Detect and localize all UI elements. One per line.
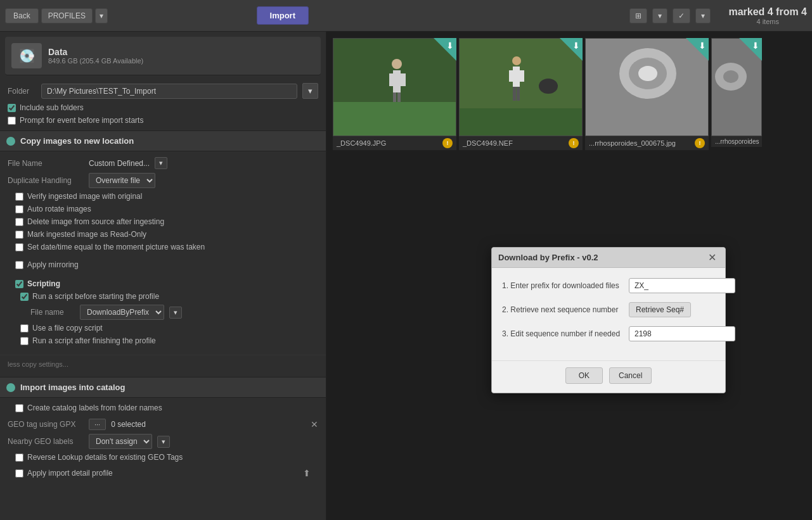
scripting-checkbox[interactable] — [15, 280, 23, 288]
left-panel: 💽 Data 849.6 GB (205.4 GB Available) Fol… — [0, 32, 326, 520]
reverse-lookup-label[interactable]: Reverse Lookup details for existing GEO … — [27, 453, 183, 462]
copy-settings-area: File Name Custom Defined... ▾ Duplicate … — [0, 151, 326, 351]
prompt-before-import-label[interactable]: Prompt for event before import starts — [20, 116, 143, 125]
dialog-step3-label: 3. Edit sequence number if needed — [502, 329, 622, 338]
nearby-geo-arrow[interactable]: ▾ — [157, 436, 170, 448]
thumbnails-area: ⬇ _DSC4949.JPG ! — [326, 32, 812, 156]
thumb-label-2: _DSC4949.NEF ! — [459, 136, 583, 150]
dialog-step2-row: 2. Retrieve next sequence number Retriev… — [502, 302, 715, 317]
geo-tag-clear-button[interactable]: ✕ — [311, 419, 318, 429]
run-before-checkbox[interactable] — [20, 293, 29, 301]
svg-rect-14 — [517, 87, 520, 101]
dialog-title-bar: Download by Prefix - v0.2 ✕ — [492, 248, 725, 268]
set-datetime-checkbox[interactable] — [15, 243, 23, 251]
folder-label: Folder — [8, 87, 36, 96]
set-datetime-row: Set date/time equal to the moment pictur… — [8, 241, 318, 253]
dialog-cancel-button[interactable]: Cancel — [609, 367, 652, 384]
include-subfolders-checkbox[interactable] — [8, 104, 16, 112]
thumb-filename-2: _DSC4949.NEF — [463, 139, 513, 147]
prompt-before-import-checkbox[interactable] — [8, 117, 16, 125]
apply-mirroring-label[interactable]: Apply mirroring — [27, 260, 79, 269]
scripting-label[interactable]: Scripting — [27, 279, 60, 288]
folder-input[interactable] — [41, 84, 297, 99]
dialog-step2-label: 2. Retrieve next sequence number — [502, 305, 622, 314]
mark-readonly-row: Mark ingested image as Read-Only — [8, 228, 318, 241]
dialog-step3-row: 3. Edit sequence number if needed — [502, 326, 715, 341]
duplicate-handling-select[interactable]: Overwrite file — [89, 173, 155, 188]
profiles-arrow-button[interactable]: ▾ — [95, 8, 108, 23]
svg-rect-7 — [333, 102, 456, 136]
fake-img-content-1 — [333, 39, 456, 136]
file-name-row: File Name Custom Defined... ▾ — [8, 155, 318, 171]
verify-checkbox[interactable] — [15, 193, 23, 201]
dialog-prefix-input[interactable] — [629, 278, 735, 293]
image-count-area: marked 4 from 4 4 items — [728, 6, 807, 25]
mark-readonly-checkbox[interactable] — [15, 231, 23, 239]
nearby-geo-label: Nearby GEO labels — [8, 437, 84, 446]
catalog-section-header[interactable]: Import images into catalog — [0, 377, 326, 398]
apply-mirroring-checkbox[interactable] — [15, 261, 23, 269]
check-arrow-button[interactable]: ▾ — [695, 8, 711, 23]
profiles-button[interactable]: PROFILES — [41, 8, 93, 23]
dialog-footer: OK Cancel — [492, 360, 725, 393]
mark-readonly-label[interactable]: Mark ingested image as Read-Only — [27, 230, 146, 239]
script-filename-label: File name — [30, 308, 75, 317]
apply-import-icon-button[interactable]: ⬆ — [303, 468, 311, 478]
include-subfolders-label[interactable]: Include sub folders — [20, 103, 84, 112]
reverse-lookup-row: Reverse Lookup details for existing GEO … — [8, 451, 318, 464]
drive-text: Data 849.6 GB (205.4 GB Available) — [48, 47, 143, 65]
create-labels-checkbox[interactable] — [15, 404, 23, 412]
run-after-checkbox[interactable] — [20, 337, 29, 345]
reverse-lookup-checkbox[interactable] — [15, 453, 23, 462]
script-filename-arrow[interactable]: ▾ — [169, 307, 182, 319]
dialog-step1-row: 1. Enter prefix for downloaded files — [502, 278, 715, 293]
apply-import-checkbox[interactable] — [15, 469, 23, 478]
thumb-img-3 — [585, 38, 709, 136]
delete-source-checkbox[interactable] — [15, 218, 23, 226]
grid-arrow-button[interactable]: ▾ — [652, 8, 667, 23]
geo-tag-row: GEO tag using GPX ··· 0 selected ✕ — [8, 417, 318, 432]
thumb-filename-1: _DSC4949.JPG — [337, 139, 386, 147]
auto-rotate-label[interactable]: Auto rotate images — [27, 205, 91, 213]
folder-browse-button[interactable]: ▾ — [302, 83, 318, 99]
dialog-sequence-input[interactable] — [629, 326, 735, 341]
top-bar: Back PROFILES ▾ Import ⊞ ▾ ✓ ▾ marked 4 … — [0, 0, 812, 32]
run-before-label[interactable]: Run a script before starting the profile — [32, 292, 159, 301]
catalog-settings-area: Create catalog labels from folder names … — [0, 398, 326, 484]
prompt-before-import-row: Prompt for event before import starts — [0, 114, 326, 127]
dialog-close-button[interactable]: ✕ — [706, 251, 719, 263]
back-button[interactable]: Back — [5, 8, 39, 23]
check-button[interactable]: ✓ — [673, 8, 690, 23]
nearby-geo-row: Nearby GEO labels Don't assign ▾ — [8, 432, 318, 451]
use-file-copy-label[interactable]: Use a file copy script — [32, 324, 103, 333]
copy-section-title: Copy images to new location — [20, 136, 134, 146]
script-filename-select[interactable]: DownloadByPrefix — [80, 305, 164, 320]
copy-section-header[interactable]: Copy images to new location — [0, 130, 326, 151]
svg-point-1 — [392, 59, 402, 69]
create-labels-label[interactable]: Create catalog labels from folder names — [27, 403, 162, 412]
thumb-badge-icon-3: ⬇ — [699, 41, 706, 51]
nearby-geo-select[interactable]: Don't assign — [89, 434, 152, 449]
retrieve-seq-button[interactable]: Retrieve Seq# — [629, 302, 691, 317]
verify-label[interactable]: Verify ingested image with original — [27, 192, 142, 201]
import-button[interactable]: Import — [257, 6, 309, 25]
delete-source-label[interactable]: Delete image from source after ingesting — [27, 217, 164, 226]
file-name-arrow[interactable]: ▾ — [155, 157, 167, 169]
grid-view-button[interactable]: ⊞ — [629, 8, 647, 23]
run-after-label[interactable]: Run a script after finishing the profile — [32, 336, 156, 345]
geo-tag-browse-button[interactable]: ··· — [89, 419, 106, 430]
file-name-label: File Name — [8, 159, 84, 168]
thumbnail-item-2[interactable]: ⬇ _DSC4949.NEF ! — [459, 38, 583, 150]
image-count-title: marked 4 from 4 — [728, 6, 807, 18]
catalog-section-dot — [6, 383, 15, 392]
less-settings[interactable]: less copy settings... — [0, 355, 326, 373]
thumbnail-item-3[interactable]: ⬇ ...rrhosporoides_000675.jpg ! — [585, 38, 709, 150]
apply-import-label[interactable]: Apply import detail profile — [27, 469, 113, 478]
dialog: Download by Prefix - v0.2 ✕ 1. Enter pre… — [491, 247, 726, 393]
thumbnail-item-1[interactable]: ⬇ _DSC4949.JPG ! — [333, 38, 456, 150]
thumbnail-item-4[interactable]: ⬇ ...rrhosporoides — [711, 38, 762, 150]
auto-rotate-checkbox[interactable] — [15, 205, 23, 213]
dialog-ok-button[interactable]: OK — [565, 367, 603, 384]
set-datetime-label[interactable]: Set date/time equal to the moment pictur… — [27, 243, 205, 251]
use-file-copy-checkbox[interactable] — [20, 324, 29, 333]
